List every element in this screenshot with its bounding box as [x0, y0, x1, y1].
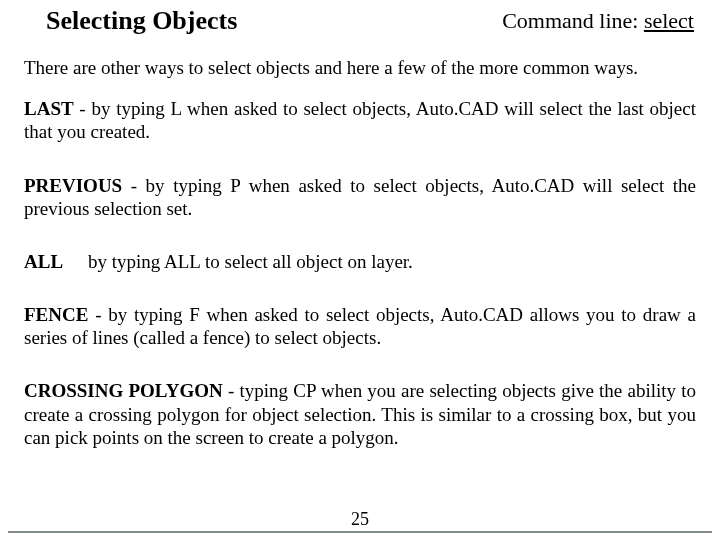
item-fence: FENCE - by typing F when asked to select… — [24, 303, 696, 349]
footer-divider — [8, 531, 712, 533]
slide: Selecting Objects Command line: select T… — [0, 0, 720, 540]
item-last-text: - by typing L when asked to select objec… — [24, 98, 696, 142]
command-line-label: Command line: select — [502, 8, 694, 34]
keyword-last: LAST — [24, 98, 74, 119]
item-last: LAST - by typing L when asked to select … — [24, 97, 696, 143]
item-all-text: by typing ALL to select all object on la… — [88, 251, 413, 272]
item-previous-text: - by typing P when asked to select objec… — [24, 175, 696, 219]
command-line-command: select — [644, 8, 694, 33]
page-title: Selecting Objects — [46, 6, 237, 36]
header: Selecting Objects Command line: select — [0, 4, 720, 44]
command-line-prefix: Command line: — [502, 8, 644, 33]
item-previous: PREVIOUS - by typing P when asked to sel… — [24, 174, 696, 220]
item-all: ALLby typing ALL to select all object on… — [24, 250, 696, 273]
keyword-all: ALL — [24, 250, 88, 273]
body-text: There are other ways to select objects a… — [24, 56, 696, 449]
intro-paragraph: There are other ways to select objects a… — [24, 56, 696, 79]
item-fence-text: - by typing F when asked to select objec… — [24, 304, 696, 348]
page-number: 25 — [0, 509, 720, 530]
keyword-previous: PREVIOUS — [24, 175, 122, 196]
keyword-crossing-polygon: CROSSING POLYGON — [24, 380, 223, 401]
keyword-fence: FENCE — [24, 304, 88, 325]
item-crossing-polygon: CROSSING POLYGON - typing CP when you ar… — [24, 379, 696, 449]
